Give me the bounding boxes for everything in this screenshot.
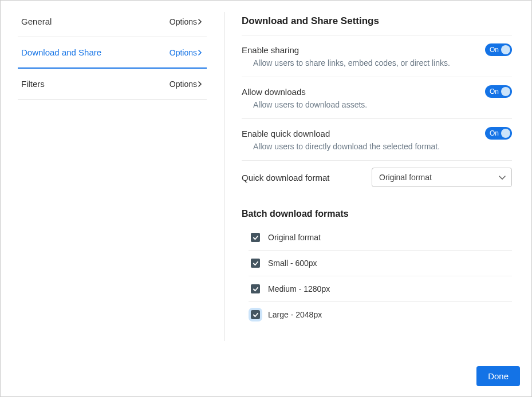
sidebar-item-filters[interactable]: Filters Options: [18, 69, 207, 100]
chevron-right-icon: [198, 17, 202, 26]
batch-item-large: Large - 2048px: [249, 302, 512, 327]
setting-title: Enable quick download: [242, 129, 330, 138]
batch-item-original: Original format: [249, 225, 512, 251]
sidebar-item-action: Options: [170, 80, 202, 89]
batch-download-heading: Batch download formats: [242, 209, 512, 219]
quick-download-format-label: Quick download format: [242, 173, 329, 182]
chevron-right-icon: [198, 80, 202, 89]
setting-description: Allow users to share links, embed codes,…: [242, 58, 512, 68]
toggle-knob: [501, 45, 510, 54]
dropdown-selected: Original format: [379, 173, 432, 182]
sidebar-item-download-share[interactable]: Download and Share Options: [18, 37, 207, 69]
chevron-right-icon: [198, 48, 202, 57]
vertical-divider: [224, 12, 224, 341]
toggle-label: On: [490, 129, 499, 137]
setting-title: Allow downloads: [242, 87, 306, 97]
quick-download-format-row: Quick download format Original format: [242, 160, 512, 199]
setting-enable-sharing: Enable sharing On Allow users to share l…: [242, 35, 512, 77]
checkbox-large[interactable]: [251, 310, 260, 319]
checkbox-label: Medium - 1280px: [268, 284, 330, 293]
toggle-label: On: [490, 46, 499, 54]
checkbox-label: Original format: [268, 233, 321, 242]
batch-item-small: Small - 600px: [249, 251, 512, 276]
checkbox-small[interactable]: [251, 259, 260, 268]
setting-allow-downloads: Allow downloads On Allow users to downlo…: [242, 77, 512, 118]
sidebar-item-action: Options: [170, 48, 202, 57]
toggle-knob: [501, 129, 510, 138]
setting-description: Allow users to directly download the sel…: [242, 142, 512, 151]
sidebar-item-label: Filters: [21, 79, 45, 89]
settings-content: Download and Share Settings Enable shari…: [242, 12, 514, 359]
checkbox-label: Small - 600px: [268, 259, 317, 268]
toggle-allow-downloads[interactable]: On: [485, 85, 512, 98]
setting-enable-quick-download: Enable quick download On Allow users to …: [242, 118, 512, 160]
sidebar-item-label: General: [21, 17, 52, 26]
dialog-footer: Done: [1, 359, 531, 396]
batch-item-medium: Medium - 1280px: [249, 276, 512, 302]
batch-download-list: Original format Small - 600px Medium - 1…: [242, 225, 512, 327]
toggle-enable-sharing[interactable]: On: [485, 43, 512, 56]
toggle-label: On: [490, 88, 499, 96]
sidebar-item-action: Options: [170, 17, 202, 26]
setting-title: Enable sharing: [242, 45, 299, 55]
setting-description: Allow users to download assets.: [242, 100, 512, 109]
sidebar-item-general[interactable]: General Options: [18, 12, 207, 37]
sidebar-item-label: Download and Share: [21, 47, 101, 57]
checkbox-medium[interactable]: [251, 284, 260, 293]
toggle-knob: [501, 87, 510, 96]
done-button[interactable]: Done: [476, 366, 520, 386]
chevron-down-icon: [499, 173, 506, 182]
settings-sidebar: General Options Download and Share Optio…: [18, 12, 207, 359]
checkbox-original-format[interactable]: [251, 233, 260, 242]
quick-download-format-select[interactable]: Original format: [372, 168, 512, 187]
checkbox-label: Large - 2048px: [268, 310, 322, 319]
page-title: Download and Share Settings: [242, 15, 512, 27]
toggle-enable-quick-download[interactable]: On: [485, 127, 512, 140]
